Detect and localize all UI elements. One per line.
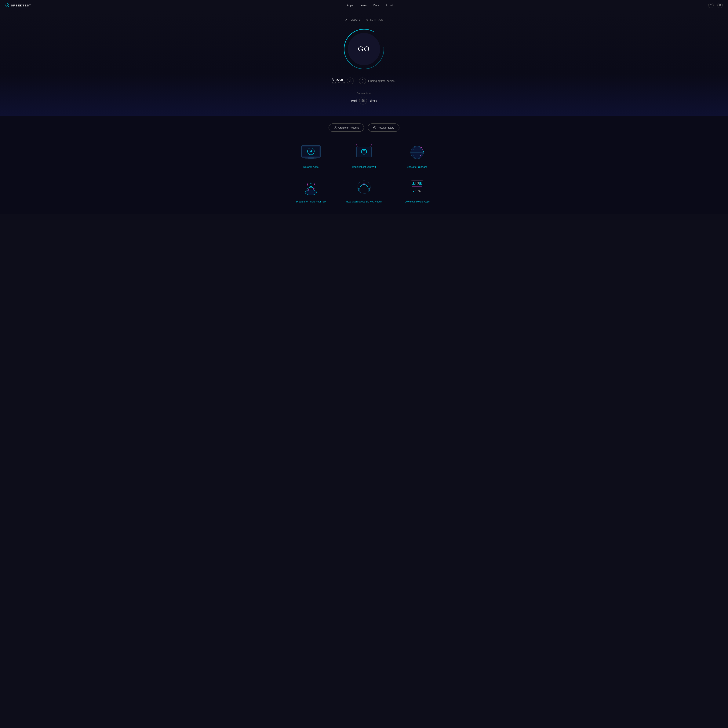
svg-rect-14: [308, 158, 314, 159]
svg-rect-56: [416, 185, 416, 185]
connections-toggle: Multi Single: [351, 97, 377, 104]
settings-icon: ⚙: [366, 18, 369, 21]
tab-results[interactable]: ✓ RESULTS: [345, 18, 360, 21]
nav-item-learn[interactable]: Learn: [360, 4, 367, 7]
card-isp-talk[interactable]: Prepare to Talk to Your ISP: [290, 178, 332, 203]
troubleshoot-wifi-image: [352, 143, 376, 162]
speed-need-label: How Much Speed Do You Need?: [346, 200, 382, 203]
svg-rect-51: [416, 182, 416, 183]
header: SPEEDTEST Apps Learn Data About ?: [0, 0, 728, 11]
create-account-label: Create an Account: [338, 126, 359, 129]
svg-rect-64: [421, 189, 421, 190]
connections-section: Connections Multi Single: [351, 92, 377, 104]
isp-avatar-icon: [347, 78, 354, 84]
svg-rect-48: [420, 182, 421, 184]
svg-point-4: [350, 80, 351, 81]
svg-rect-15: [305, 159, 317, 159]
svg-rect-59: [417, 189, 418, 190]
tabs-row: ✓ RESULTS ⚙ SETTINGS: [345, 18, 383, 21]
svg-rect-54: [416, 184, 416, 184]
server-info: Amazon 52.87.44.246 Finding optimal serv…: [332, 78, 396, 84]
nav-icons: ?: [708, 3, 723, 8]
mobile-apps-label: Download Mobile Apps: [405, 200, 430, 203]
isp-name: Amazon: [332, 78, 345, 81]
card-desktop-apps[interactable]: Desktop Apps: [290, 143, 332, 168]
svg-point-20: [356, 144, 357, 145]
desktop-apps-label: Desktop Apps: [303, 165, 318, 168]
headphone-svg: [353, 179, 375, 196]
help-icon: ?: [710, 4, 712, 7]
svg-rect-50: [413, 191, 414, 192]
create-account-button[interactable]: Create an Account: [329, 124, 364, 132]
nav-item-apps[interactable]: Apps: [347, 4, 353, 7]
connections-label: Connections: [356, 92, 372, 95]
hero-section: ✓ RESULTS ⚙ SETTINGS GO Amazon 5: [0, 11, 728, 116]
action-buttons: Create an Account Results History: [329, 124, 399, 132]
svg-rect-63: [419, 189, 420, 190]
svg-rect-57: [417, 185, 418, 185]
create-account-icon: [334, 126, 337, 129]
main-nav: Apps Learn Data About: [347, 4, 393, 7]
multi-label: Multi: [351, 99, 357, 102]
card-speed-need[interactable]: How Much Speed Do You Need?: [343, 178, 385, 203]
nav-item-data[interactable]: Data: [373, 4, 379, 7]
svg-point-6: [362, 99, 363, 100]
svg-rect-60: [418, 189, 419, 190]
cards-grid: Desktop Apps Troubleshoot: [290, 143, 438, 203]
logo-text: SPEEDTEST: [11, 4, 31, 7]
check-outages-label: Check for Outages: [407, 165, 427, 168]
svg-rect-52: [417, 182, 418, 183]
svg-rect-61: [416, 190, 416, 191]
svg-rect-43: [368, 188, 370, 191]
desktop-apps-image: [298, 143, 323, 162]
svg-line-19: [356, 145, 358, 147]
speedtest-logo-icon: [5, 3, 9, 8]
tab-settings[interactable]: ⚙ SETTINGS: [366, 18, 383, 21]
tab-results-label: RESULTS: [349, 18, 360, 21]
card-troubleshoot-wifi[interactable]: Troubleshoot Your Wifi: [343, 143, 385, 168]
results-history-button[interactable]: Results History: [368, 124, 399, 132]
svg-point-38: [307, 184, 308, 185]
qr-svg: [406, 179, 428, 196]
svg-point-18: [364, 151, 364, 152]
server-globe-icon: [359, 78, 366, 84]
svg-rect-42: [358, 188, 360, 191]
server-block: Finding optimal server...: [359, 78, 396, 84]
svg-rect-65: [419, 190, 420, 191]
svg-point-8: [335, 127, 336, 128]
svg-rect-58: [416, 189, 416, 190]
svg-point-39: [310, 183, 312, 184]
server-status-text: Finding optimal server...: [368, 80, 396, 83]
card-check-outages[interactable]: Check for Outages: [396, 143, 438, 168]
wifi-svg: [353, 144, 375, 161]
user-button[interactable]: [717, 3, 723, 8]
router-svg: [300, 179, 322, 196]
connections-switch[interactable]: [359, 97, 367, 104]
go-button-container[interactable]: GO: [343, 28, 385, 70]
mobile-apps-image: [405, 178, 430, 197]
help-button[interactable]: ?: [708, 3, 714, 8]
svg-point-1: [7, 5, 8, 6]
svg-point-22: [371, 144, 372, 145]
history-icon: [373, 126, 376, 129]
svg-rect-67: [421, 191, 421, 192]
isp-talk-label: Prepare to Talk to Your ISP: [296, 200, 326, 203]
results-icon: ✓: [345, 18, 347, 21]
isp-block: Amazon 52.87.44.246: [332, 78, 354, 84]
tab-settings-label: SETTINGS: [370, 18, 383, 21]
isp-ip: 52.87.44.246: [332, 81, 345, 84]
card-mobile-apps[interactable]: Download Mobile Apps: [396, 178, 438, 203]
svg-rect-46: [413, 182, 414, 184]
svg-rect-53: [418, 182, 419, 183]
nav-item-about[interactable]: About: [386, 4, 393, 7]
svg-point-41: [358, 180, 370, 194]
go-button[interactable]: GO: [348, 33, 380, 65]
svg-point-7: [363, 100, 364, 101]
single-label: Single: [370, 99, 377, 102]
svg-point-2: [720, 4, 720, 5]
user-icon: [719, 4, 721, 7]
troubleshoot-wifi-label: Troubleshoot Your Wifi: [352, 165, 376, 168]
globe-svg: [406, 144, 428, 161]
logo-area[interactable]: SPEEDTEST: [5, 3, 31, 8]
isp-talk-image: [298, 178, 323, 197]
